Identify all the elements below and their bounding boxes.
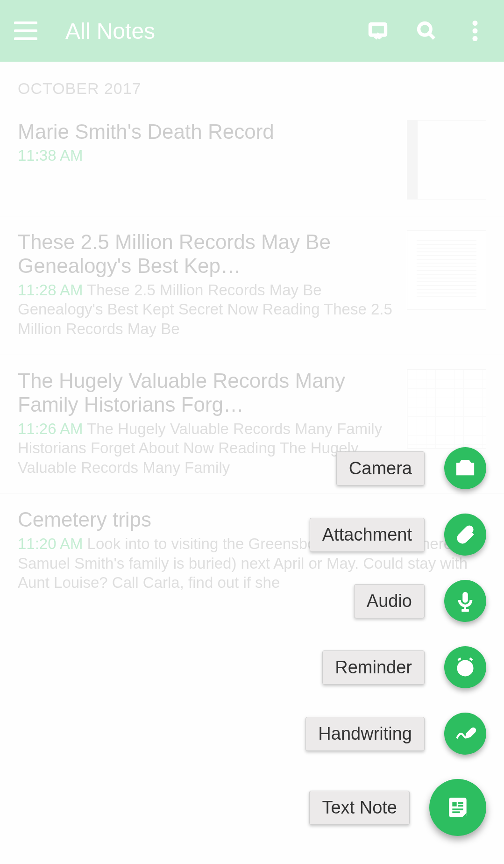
- alarm-icon[interactable]: [444, 646, 486, 688]
- camera-icon[interactable]: [444, 447, 486, 489]
- note-title: The Hugely Valuable Records Many Family …: [18, 369, 394, 416]
- fab-item-audio[interactable]: Audio: [354, 580, 486, 622]
- more-vertical-icon[interactable]: [460, 16, 490, 46]
- attachment-icon[interactable]: [444, 514, 486, 556]
- fab-label: Text Note: [309, 791, 410, 825]
- svg-rect-8: [449, 798, 466, 817]
- svg-rect-12: [452, 808, 463, 810]
- note-time: 11:38 AM: [18, 147, 83, 164]
- svg-rect-13: [452, 811, 460, 813]
- note-item[interactable]: These 2.5 Million Records May Be Genealo…: [0, 216, 504, 355]
- svg-point-1: [419, 23, 431, 36]
- svg-rect-11: [458, 805, 463, 807]
- fab-label: Handwriting: [305, 717, 425, 751]
- menu-icon[interactable]: [14, 21, 37, 40]
- fab-item-text-note[interactable]: Text Note: [309, 779, 486, 836]
- svg-point-3: [473, 29, 478, 34]
- fab-menu: Camera Attachment Audio Reminder Handwri…: [305, 447, 486, 836]
- svg-point-5: [461, 465, 469, 472]
- svg-point-2: [473, 21, 478, 26]
- note-thumbnail: [407, 369, 486, 449]
- fab-label: Camera: [336, 451, 425, 486]
- section-header: OCTOBER 2017: [0, 62, 504, 106]
- fab-label: Reminder: [322, 650, 425, 685]
- microphone-icon[interactable]: [444, 580, 486, 622]
- fab-item-reminder[interactable]: Reminder: [322, 646, 486, 688]
- fab-item-handwriting[interactable]: Handwriting: [305, 713, 486, 755]
- presentation-icon[interactable]: [363, 16, 393, 46]
- fab-item-camera[interactable]: Camera: [336, 447, 486, 489]
- svg-point-4: [473, 36, 478, 41]
- svg-rect-10: [458, 802, 463, 804]
- fab-item-attachment[interactable]: Attachment: [310, 514, 486, 556]
- note-title: These 2.5 Million Records May Be Genealo…: [18, 230, 394, 278]
- note-title: Marie Smith's Death Record: [18, 120, 394, 144]
- handwriting-icon[interactable]: [444, 713, 486, 755]
- note-thumbnail: [407, 120, 486, 200]
- search-icon[interactable]: [412, 16, 441, 46]
- note-snippet: 11:28 AM These 2.5 Million Records May B…: [18, 280, 394, 338]
- note-item[interactable]: Marie Smith's Death Record 11:38 AM: [0, 106, 504, 216]
- svg-rect-9: [452, 802, 456, 806]
- app-header: All Notes: [0, 0, 504, 62]
- note-thumbnail: [407, 230, 486, 310]
- text-note-icon[interactable]: [429, 779, 486, 836]
- fab-label: Attachment: [310, 518, 425, 552]
- page-title: All Notes: [65, 18, 344, 44]
- fab-label: Audio: [354, 584, 425, 618]
- svg-rect-6: [462, 592, 468, 603]
